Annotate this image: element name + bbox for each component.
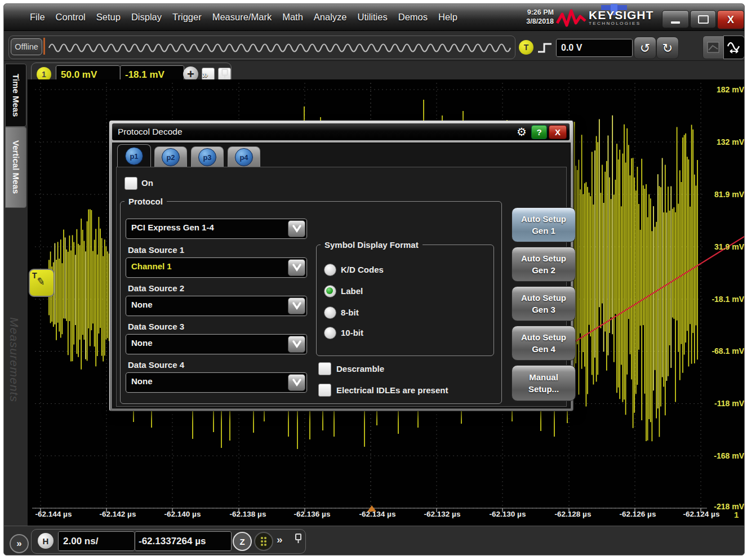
dropdown-arrow-icon[interactable] [288, 374, 305, 391]
data-source-1-dropdown[interactable]: Channel 1 [126, 257, 307, 278]
tab-time-meas[interactable]: Time Meas [5, 64, 26, 127]
tab-p4[interactable]: p4 [228, 146, 260, 167]
offline-button[interactable]: Offline [11, 38, 42, 55]
trigger-source-badge[interactable]: T [519, 40, 533, 55]
minimize-button[interactable] [662, 10, 689, 28]
radio-label[interactable] [324, 285, 336, 297]
y-axis-label: -118 mV [697, 399, 744, 408]
dialog-close-button[interactable]: X [549, 125, 567, 139]
dropdown-arrow-icon[interactable] [288, 336, 305, 353]
time-scale-field[interactable]: 2.00 ns/ [58, 531, 135, 551]
dots-button[interactable] [254, 532, 273, 551]
descramble-label: Descramble [336, 364, 384, 374]
channel-indicator-label: 1 [734, 510, 739, 519]
button-line1: Auto Setup [512, 213, 575, 225]
x-axis-label: -62.132 µs [424, 510, 461, 518]
radio-label-label: Label [341, 286, 363, 296]
brand-name: KEYSIGHT [589, 8, 653, 22]
hbar-pin-icon[interactable] [294, 533, 303, 544]
manual-setup-button[interactable]: Manual Setup... [512, 365, 576, 401]
menu-help[interactable]: Help [438, 12, 457, 23]
menu-bar: File Control Setup Display Trigger Measu… [4, 4, 744, 31]
horizontal-toolbar: » H 2.00 ns/ -62.1337264 µs Z » [4, 526, 744, 555]
measurements-watermark: Measurements [7, 317, 21, 458]
data-source-3-dropdown[interactable]: None [126, 334, 307, 354]
trigger-level-marker[interactable]: T ✎ [29, 269, 55, 297]
protocol-legend: Protocol [124, 197, 167, 206]
y-axis-label: 81.9 mV [697, 190, 744, 199]
protocol-dropdown[interactable]: PCI Express Gen 1-4 [126, 219, 307, 239]
auto-setup-gen2-button[interactable]: Auto Setup Gen 2 [512, 247, 576, 282]
undo-button[interactable]: ↺ [634, 37, 656, 59]
data-source-1-value: Channel 1 [131, 261, 172, 271]
tab-p1[interactable]: p1 [117, 144, 151, 167]
button-line2: Gen 4 [512, 343, 575, 355]
button-line1: Auto Setup [512, 292, 575, 304]
radio-10bit[interactable] [324, 327, 336, 339]
data-source-2-label: Data Source 2 [128, 283, 184, 293]
rising-edge-icon [537, 40, 554, 55]
y-axis-label: 132 mV [697, 137, 744, 146]
tab-p2[interactable]: p2 [154, 146, 187, 167]
horizontal-badge[interactable]: H [38, 533, 54, 549]
sidebar-expand-button[interactable]: » [10, 534, 29, 553]
menu-control[interactable]: Control [56, 12, 86, 23]
x-axis-label: -62.126 µs [620, 510, 656, 518]
help-button[interactable]: ? [531, 125, 547, 139]
data-source-4-label: Data Source 4 [128, 360, 184, 370]
auto-setup-gen3-button[interactable]: Auto Setup Gen 3 [512, 286, 576, 321]
menu-analyze[interactable]: Analyze [314, 12, 347, 23]
channel-expand-chevrons[interactable]: » [202, 68, 215, 81]
menu-setup[interactable]: Setup [96, 12, 121, 23]
menu-demos[interactable]: Demos [398, 12, 428, 23]
channel-pin-icon[interactable] [218, 68, 231, 81]
dropdown-arrow-icon[interactable] [288, 220, 305, 237]
electrical-idles-checkbox[interactable] [318, 384, 331, 397]
time-position-field[interactable]: -62.1337264 µs [135, 531, 232, 551]
menu-utilities[interactable]: Utilities [358, 12, 388, 23]
trigger-level-field[interactable]: 0.0 V [556, 39, 633, 57]
descramble-checkbox[interactable] [318, 362, 331, 375]
close-button[interactable]: X [717, 10, 744, 29]
data-source-2-dropdown[interactable]: None [126, 296, 307, 316]
radio-8bit[interactable] [324, 306, 336, 319]
maximize-button[interactable] [690, 10, 716, 28]
auto-setup-gen1-button[interactable]: Auto Setup Gen 1 [512, 207, 576, 242]
tab-p4-badge: p4 [235, 148, 253, 166]
tab-vertical-meas[interactable]: Vertical Meas [5, 127, 26, 208]
waveform-view-button[interactable] [723, 35, 745, 59]
button-line2: Gen 3 [512, 304, 575, 315]
menu-math[interactable]: Math [282, 12, 303, 23]
menu-file[interactable]: File [30, 12, 45, 23]
on-label: On [141, 178, 153, 188]
data-source-4-dropdown[interactable]: None [126, 372, 307, 393]
button-line1: Auto Setup [512, 331, 575, 343]
pencil-icon: ✎ [35, 275, 46, 288]
dialog-content: On Protocol PCI Express Gen 1-4 Data Sou… [116, 167, 567, 407]
symbol-format-group [316, 245, 494, 356]
x-axis-label: -62.124 µs [683, 510, 720, 518]
zoom-button[interactable]: Z [233, 532, 252, 551]
on-checkbox[interactable] [124, 177, 137, 190]
tab-p3[interactable]: p3 [191, 146, 224, 167]
redo-button[interactable]: ↻ [656, 37, 679, 59]
protocol-decode-dialog: Protocol Decode ⚙ ? X p1 p2 p3 p4 On Pro… [109, 121, 573, 411]
menu-trigger[interactable]: Trigger [172, 12, 202, 23]
tab-p2-badge: p2 [162, 148, 180, 166]
time-reference-marker[interactable] [367, 505, 376, 512]
button-line1: Manual [512, 371, 575, 383]
menu-measure-mark[interactable]: Measure/Mark [212, 12, 272, 23]
dialog-titlebar[interactable]: Protocol Decode ⚙ ? X [112, 123, 570, 140]
menu-display[interactable]: Display [131, 12, 162, 23]
gear-icon[interactable]: ⚙ [514, 125, 530, 139]
protocol-value: PCI Express Gen 1-4 [131, 223, 214, 232]
dropdown-arrow-icon[interactable] [288, 297, 305, 314]
menu-items: File Control Setup Display Trigger Measu… [30, 4, 457, 30]
dropdown-arrow-icon[interactable] [288, 259, 305, 276]
radio-kd-codes[interactable] [324, 264, 336, 276]
button-line1: Auto Setup [512, 252, 575, 264]
hbar-chevrons[interactable]: » [277, 534, 283, 546]
auto-setup-gen4-button[interactable]: Auto Setup Gen 4 [512, 326, 576, 361]
display-mode-button[interactable] [702, 35, 724, 59]
y-axis-label: -18.1 mV [697, 295, 744, 304]
